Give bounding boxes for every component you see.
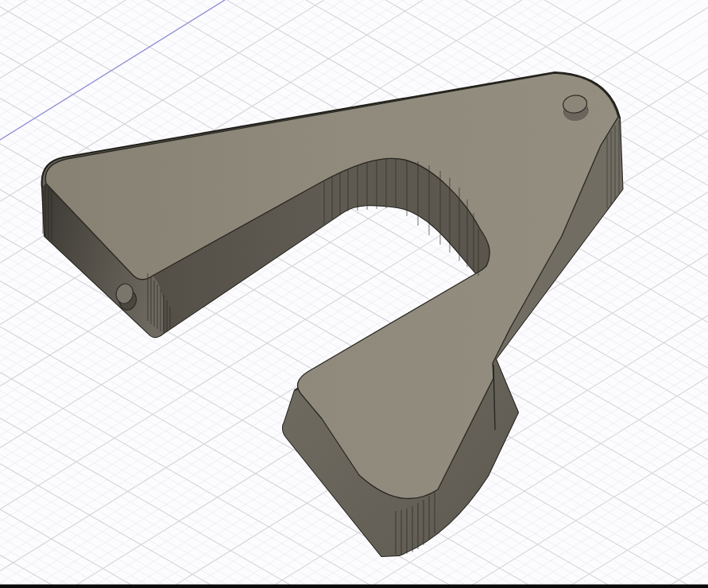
scene-canvas[interactable]	[0, 0, 708, 588]
cad-viewport[interactable]	[0, 0, 708, 588]
bottom-edge-bar	[0, 585, 708, 588]
